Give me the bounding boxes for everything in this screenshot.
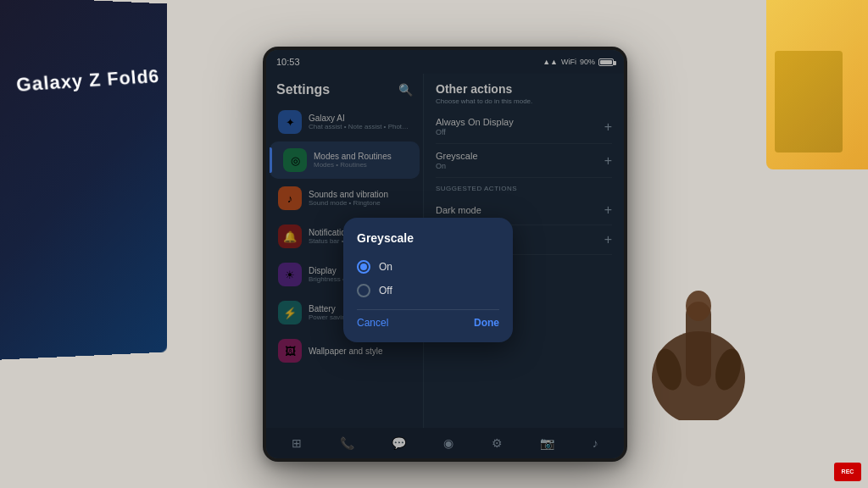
dialog-option-on[interactable]: On [357,255,499,279]
dialog-overlay: Greyscale On Off Cancel Done [266,50,624,458]
dialog-option-on-label: On [379,261,392,273]
dialog-option-off[interactable]: Off [357,279,499,302]
yellow-object-inner [775,51,843,152]
yellow-object [766,0,868,169]
greyscale-dialog: Greyscale On Off Cancel Done [343,218,513,342]
dialog-divider [357,309,499,310]
rec-badge: REC [834,463,861,481]
phone-screen: 10:53 ▲▲ WiFi 90% Settings 🔍 [266,50,624,458]
dialog-title: Greyscale [357,231,499,245]
dialog-actions: Cancel Done [357,317,499,329]
cancel-button[interactable]: Cancel [357,317,388,329]
rec-badge-text: REC [842,469,854,475]
dialog-option-off-label: Off [379,285,392,297]
done-button[interactable]: Done [474,317,499,329]
samsung-box-label: Galaxy Z Fold6 [15,64,161,98]
radio-off[interactable] [357,284,370,297]
phone-device: 10:53 ▲▲ WiFi 90% Settings 🔍 [263,47,627,462]
radio-on[interactable] [357,260,370,274]
samsung-box: Galaxy Z Fold6 [0,0,167,360]
